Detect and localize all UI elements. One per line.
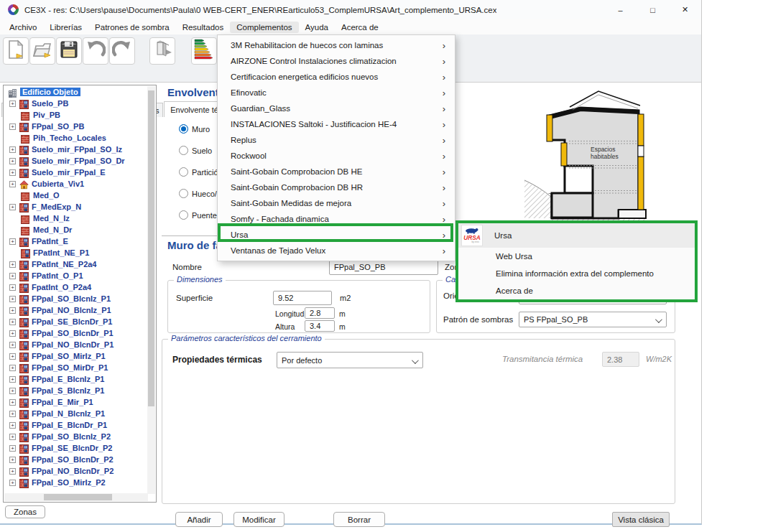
minimize-button[interactable]: – xyxy=(604,0,637,19)
submenu-item-ursa[interactable]: URSAby etexUrsa xyxy=(458,223,695,248)
menubar-item-ayuda[interactable]: Ayuda xyxy=(299,22,335,33)
submenu-item-acerca-de[interactable]: Acerca de xyxy=(458,282,695,299)
menubar-item-patrones-de-sombra[interactable]: Patrones de sombra xyxy=(88,22,176,33)
expand-icon[interactable]: + xyxy=(9,365,16,371)
submenu-item-web-ursa[interactable]: Web Ursa xyxy=(458,248,695,265)
nombre-input[interactable] xyxy=(329,259,438,275)
expand-icon[interactable]: + xyxy=(9,468,16,475)
menubar-item-librer-as[interactable]: Librerías xyxy=(43,22,88,33)
tree-item-suelo-mir-fppal-e[interactable]: +Suelo_mir_FPpal_E xyxy=(4,167,147,178)
tree-item-fppal-se-blcndr-p1[interactable]: +FPpal_SE_BlcnDr_P1 xyxy=(4,316,147,327)
anadir-button[interactable]: Añadir xyxy=(175,512,223,527)
toolbar-new-file-button[interactable] xyxy=(3,37,29,65)
superficie-input[interactable] xyxy=(273,291,332,305)
toolbar-energy-rating-button[interactable] xyxy=(191,37,217,65)
expand-icon[interactable]: + xyxy=(9,204,16,210)
menu-item-instalaciones-saltoki-justificacion-he-4[interactable]: INSTALACIONES Saltoki - Justificacion HE… xyxy=(218,116,455,132)
horizontal-scroll-thumb[interactable] xyxy=(44,494,112,500)
tree-item-fppal-e-blcndr-p1[interactable]: +FPpal_E_BlcnDr_P1 xyxy=(4,419,147,431)
tree-item-cubierta-viv1[interactable]: +Cubierta_Viv1 xyxy=(4,178,147,190)
radio-hueco[interactable]: Hueco/ xyxy=(179,189,217,198)
vertical-scroll-thumb[interactable] xyxy=(148,90,154,406)
expand-icon[interactable]: + xyxy=(9,284,16,291)
tree-item-fpatint-ne-p1[interactable]: FPatInt_NE_P1 xyxy=(4,247,147,258)
expand-icon[interactable]: + xyxy=(9,422,16,429)
expand-icon[interactable]: + xyxy=(9,169,16,176)
menu-item-airzone-control-instalaciones-climatizacion[interactable]: AIRZONE Control Instalaciones climatizac… xyxy=(218,53,455,69)
expand-icon[interactable]: + xyxy=(9,101,16,107)
vista-clasica-button[interactable]: Vista clásica xyxy=(612,512,670,527)
expand-icon[interactable]: + xyxy=(9,146,16,153)
tree-item-f-medexp-n[interactable]: +F_MedExp_N xyxy=(4,201,147,213)
menu-item-ursa[interactable]: Ursa› xyxy=(218,227,455,243)
expand-icon[interactable]: + xyxy=(9,319,16,325)
expand-icon[interactable]: + xyxy=(9,457,16,463)
tree-item-fppal-e-mir-p1[interactable]: +FPpal_E_Mir_P1 xyxy=(4,396,147,408)
tree-item-fppal-no-blcndr-p1[interactable]: +FPpal_NO_BlcnDr_P1 xyxy=(4,339,147,350)
menu-item-somfy-fachada-dinamica[interactable]: Somfy - Fachada dinamica› xyxy=(218,211,455,227)
toolbar-redo-button[interactable] xyxy=(109,37,135,65)
menu-item-replus[interactable]: Replus› xyxy=(218,132,455,148)
tree-item-fppal-no-blcniz-p1[interactable]: +FPpal_NO_BlcnIz_P1 xyxy=(4,304,147,316)
tree-item-fppal-so-blcndr-p1[interactable]: +FPpal_SO_BlcnDr_P1 xyxy=(4,327,147,339)
expand-icon[interactable]: + xyxy=(9,480,16,486)
expand-icon[interactable]: + xyxy=(9,307,16,314)
tree-item-fppal-so-pb[interactable]: +FPpal_SO_PB xyxy=(4,121,147,132)
expand-icon[interactable]: + xyxy=(9,296,16,302)
tree-item-fppal-so-blcndr-p2[interactable]: +FPpal_SO_BlcnDr_P2 xyxy=(4,454,147,465)
radio-partici-n[interactable]: Partición xyxy=(179,167,223,177)
tree-horizontal-scrollbar[interactable] xyxy=(4,493,148,501)
altura-input[interactable] xyxy=(305,320,335,332)
expand-icon[interactable]: + xyxy=(9,388,16,394)
expand-icon[interactable]: + xyxy=(9,158,16,164)
tree-item-pih-techo-locales[interactable]: Pih_Techo_Locales xyxy=(4,132,147,144)
menu-item-rockwool[interactable]: Rockwool› xyxy=(218,148,455,164)
tree-item-piv-pb[interactable]: Piv_PB xyxy=(4,109,147,121)
menu-item-saint-gobain-medidas-de-mejora[interactable]: Saint-Gobain Medidas de mejora› xyxy=(218,195,455,211)
menubar-item-complementos[interactable]: Complementos xyxy=(230,22,298,33)
radio-suelo[interactable]: Suelo xyxy=(179,146,212,155)
menu-item-guardian-glass[interactable]: Guardian_Glass› xyxy=(218,101,455,116)
expand-icon[interactable]: + xyxy=(9,261,16,268)
menu-item-saint-gobain-comprobacion-db-he[interactable]: Saint-Gobain Comprobacion DB HE› xyxy=(218,164,455,179)
tree-item-suelo-mir-fppal-so-dr[interactable]: +Suelo_mir_FPpal_SO_Dr xyxy=(4,155,147,167)
expand-icon[interactable]: + xyxy=(9,330,16,337)
menu-item-efinovatic[interactable]: Efinovatic› xyxy=(218,85,455,101)
expand-icon[interactable]: + xyxy=(9,411,16,417)
tree-item-fppal-so-blcniz-p2[interactable]: +FPpal_SO_BlcnIz_P2 xyxy=(4,431,147,442)
menubar-item-acerca-de[interactable]: Acerca de xyxy=(335,22,385,33)
expand-icon[interactable]: + xyxy=(9,123,16,130)
tree-item-fpatint-ne-p2a4[interactable]: +FPatInt_NE_P2a4 xyxy=(4,258,147,270)
expand-icon[interactable]: + xyxy=(9,238,16,245)
menubar-item-resultados[interactable]: Resultados xyxy=(176,22,231,33)
expand-icon[interactable]: + xyxy=(9,181,16,187)
toolbar-undo-button[interactable] xyxy=(83,37,108,65)
tree-item-fppal-so-miriz-p1[interactable]: +FPpal_SO_MirIz_P1 xyxy=(4,350,147,362)
longitud-input[interactable] xyxy=(305,307,335,319)
maximize-button[interactable]: □ xyxy=(637,0,669,19)
tree-item-suelo-pb[interactable]: +Suelo_PB xyxy=(4,98,147,109)
expand-icon[interactable]: + xyxy=(9,376,16,383)
zonas-button[interactable]: Zonas xyxy=(5,505,45,518)
tree-item-fpatint-o-p2a4[interactable]: +FpatInt_O_P2a4 xyxy=(4,281,147,293)
modificar-button[interactable]: Modificar xyxy=(233,512,284,527)
expand-icon[interactable]: + xyxy=(9,273,16,279)
radio-muro[interactable]: Muro xyxy=(179,124,210,134)
radio-puente[interactable]: Puente xyxy=(179,210,217,220)
toolbar-open-file-button[interactable] xyxy=(29,37,55,65)
menubar-item-archivo[interactable]: Archivo xyxy=(3,22,43,33)
propiedades-termicas-combobox[interactable]: Por defecto xyxy=(277,352,423,368)
tree-item-fppal-so-blcniz-p1[interactable]: +FPpal_SO_BlcnIz_P1 xyxy=(4,293,147,304)
menu-item-3m-rehabilitacion-de-huecos-con-laminas[interactable]: 3M Rehabilitacion de huecos con laminas› xyxy=(218,37,455,53)
expand-icon[interactable]: + xyxy=(9,399,16,406)
tree-item-fppal-so-miriz-p2[interactable]: +FPpal_SO_MirIz_P2 xyxy=(4,477,147,488)
toolbar-view-3d-button[interactable] xyxy=(149,37,175,65)
tree-item-fppal-no-blcndr-p2[interactable]: +FPpal_NO_BlcnDr_P2 xyxy=(4,465,147,477)
tree-item-edificio-objeto[interactable]: Edificio Objeto xyxy=(4,86,147,98)
tree-item-med-n-iz[interactable]: Med_N_Iz xyxy=(4,213,147,224)
submenu-item-elimina-informaci-n-extra-del-complemento[interactable]: Elimina información extra del complement… xyxy=(458,265,695,282)
tree-item-fppal-s-blcniz-p1[interactable]: +FPpal_S_BlcnIz_P1 xyxy=(4,385,147,396)
patron-sombras-combobox[interactable]: PS FPpal_SO_PB xyxy=(519,312,667,327)
tree-item-fppal-se-blcndr-p2[interactable]: +FPpal_SE_BlcnDr_P2 xyxy=(4,442,147,454)
tree-item-fpatint-o-p1[interactable]: +FPatInt_O_P1 xyxy=(4,270,147,281)
